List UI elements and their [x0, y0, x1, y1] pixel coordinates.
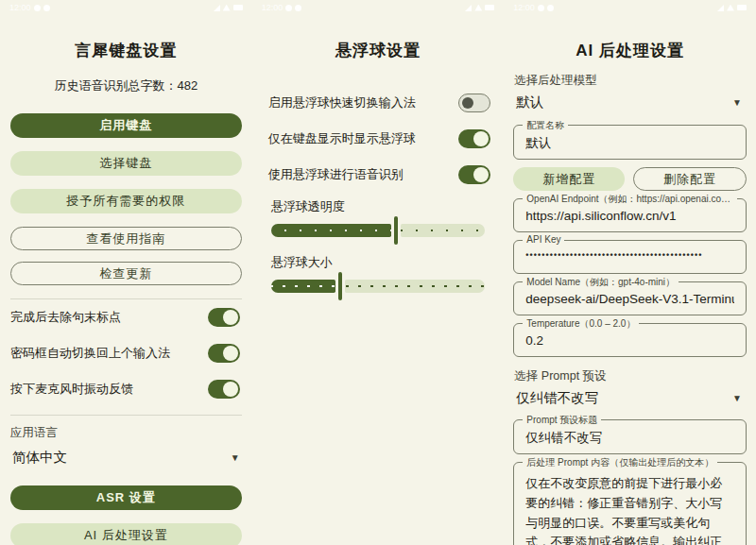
size-slider-active-track[interactable] — [271, 280, 335, 293]
signal-icon — [717, 5, 724, 11]
app-root: 12:00 12:00 12:00 — [0, 0, 756, 545]
opacity-slider-active-track[interactable] — [271, 224, 391, 237]
status-bar-segment: 12:00 — [504, 0, 756, 15]
prompt-preset-select-label: 选择 Prompt 预设 — [514, 368, 746, 384]
prompt-title-field-label: Prompt 预设标题 — [523, 414, 601, 427]
api-key-field-value: ••••••••••••••••••••••••••••••••••••••••… — [525, 250, 734, 260]
setting-row-password-switch-back: 密码框自动切换回上个输入法 — [10, 335, 240, 371]
prompt-content-value: 仅在不改变原意的前提下进行最小必要的纠错：修正重音错别字、大小写与明显的口误。不… — [525, 474, 734, 545]
app-language-select[interactable]: 简体中文 ▼ — [12, 449, 240, 467]
prompt-preset-value: 仅纠错不改写 — [516, 389, 598, 407]
chevron-down-icon: ▼ — [732, 393, 742, 403]
app-language-label: 应用语言 — [10, 425, 242, 441]
prompt-content-label: 后处理 Prompt 内容（仅输出处理后的文本） — [523, 456, 717, 469]
signal-icon — [214, 5, 220, 11]
opacity-slider-handle[interactable] — [394, 216, 398, 245]
prompt-title-field[interactable]: Prompt 预设标题 仅纠错不改写 — [513, 419, 747, 454]
floating-ball-settings-panel: 悬浮球设置 启用悬浮球快速切换输入法 仅在键盘显示时显示悬浮球 使用悬浮球进行语… — [252, 0, 505, 545]
select-keyboard-button[interactable]: 选择键盘 — [10, 151, 242, 176]
ai-post-processing-panel: AI 后处理设置 选择后处理模型 默认 ▼ 配置名称 默认 新增配置 删除配置 … — [504, 0, 756, 545]
wifi-icon — [223, 5, 231, 11]
recognized-words-stat: 历史语音识别总字数：482 — [0, 77, 252, 94]
chevron-down-icon: ▼ — [732, 97, 742, 108]
voice-recognition-switch[interactable] — [458, 165, 490, 184]
notification-icon — [547, 5, 554, 11]
page-title: AI 后处理设置 — [504, 40, 756, 61]
api-key-field-label: API Key — [523, 234, 564, 245]
api-key-field[interactable]: API Key ••••••••••••••••••••••••••••••••… — [513, 240, 747, 274]
page-title: 悬浮球设置 — [252, 40, 505, 61]
notification-icon — [285, 5, 292, 11]
delete-config-button[interactable]: 删除配置 — [633, 167, 747, 191]
notification-icon — [34, 5, 41, 11]
setting-label: 完成后去除句末标点 — [10, 309, 121, 326]
prompt-content-textarea[interactable]: 后处理 Prompt 内容（仅输出处理后的文本） 仅在不改变原意的前提下进行最小… — [513, 462, 747, 545]
config-name-field[interactable]: 配置名称 默认 — [513, 125, 747, 160]
status-time: 12:00 — [513, 0, 535, 15]
post-model-select-label: 选择后处理模型 — [514, 73, 746, 89]
view-guide-button[interactable]: 查看使用指南 — [10, 227, 242, 250]
temperature-field-label: Temperature（0.0 – 2.0） — [523, 317, 639, 331]
setting-row-voice-recognition: 使用悬浮球进行语音识别 — [268, 157, 491, 193]
opacity-slider-inactive-track[interactable] — [401, 224, 486, 237]
opacity-slider[interactable] — [271, 215, 486, 246]
prompt-preset-select[interactable]: 仅纠错不改写 ▼ — [516, 389, 742, 407]
remove-punctuation-switch[interactable] — [208, 308, 240, 327]
endpoint-field-value: https://api.siliconflow.cn/v1 — [525, 209, 734, 223]
battery-icon — [233, 5, 243, 10]
model-name-field[interactable]: Model Name（例如：gpt-4o-mini） deepseek-ai/D… — [513, 281, 747, 315]
setting-row-show-with-keyboard: 仅在键盘显示时显示悬浮球 — [268, 121, 491, 157]
setting-row-vibrate-feedback: 按下麦克风时振动反馈 — [10, 371, 240, 407]
wifi-icon — [727, 5, 734, 11]
size-slider[interactable] — [271, 271, 486, 301]
wifi-icon — [474, 5, 482, 11]
endpoint-field[interactable]: OpenAI Endpoint（例如：https://api.openai.co… — [513, 198, 747, 232]
size-slider-inactive-track[interactable] — [345, 280, 486, 293]
status-bar-segment: 12:00 — [0, 0, 252, 15]
check-update-button[interactable]: 检查更新 — [10, 262, 242, 285]
setting-label: 仅在键盘显示时显示悬浮球 — [268, 130, 416, 147]
temperature-field-value: 0.2 — [525, 333, 734, 348]
quick-switch-switch[interactable] — [458, 94, 490, 112]
divider — [10, 415, 242, 416]
ai-post-settings-button[interactable]: AI 后处理设置 — [10, 523, 242, 545]
keyboard-settings-panel: 言犀键盘设置 历史语音识别总字数：482 启用键盘 选择键盘 授予所有需要的权限… — [0, 0, 252, 545]
setting-row-remove-punctuation: 完成后去除句末标点 — [10, 299, 240, 335]
size-slider-label: 悬浮球大小 — [271, 254, 486, 271]
config-name-field-value: 默认 — [525, 135, 734, 152]
setting-label: 使用悬浮球进行语音识别 — [268, 166, 404, 183]
battery-icon — [485, 5, 494, 10]
endpoint-field-label: OpenAI Endpoint（例如：https://api.openai.co… — [523, 193, 737, 206]
add-config-button[interactable]: 新增配置 — [513, 167, 625, 191]
asr-settings-button[interactable]: ASR 设置 — [10, 485, 242, 510]
battery-icon — [737, 5, 747, 10]
model-name-field-label: Model Name（例如：gpt-4o-mini） — [523, 276, 679, 289]
prompt-title-field-value: 仅纠错不改写 — [525, 430, 734, 447]
setting-label: 按下麦克风时振动反馈 — [10, 381, 133, 398]
post-model-value: 默认 — [516, 94, 543, 111]
size-slider-handle[interactable] — [338, 272, 342, 300]
notification-icon — [295, 5, 301, 11]
enable-keyboard-button[interactable]: 启用键盘 — [10, 113, 242, 138]
setting-label: 密码框自动切换回上个输入法 — [10, 345, 170, 362]
chevron-down-icon: ▼ — [231, 452, 240, 463]
vibrate-feedback-switch[interactable] — [208, 380, 240, 399]
post-model-select[interactable]: 默认 ▼ — [516, 94, 742, 111]
password-switch-back-switch[interactable] — [208, 344, 240, 363]
status-bar: 12:00 12:00 12:00 — [0, 0, 756, 15]
show-with-keyboard-switch[interactable] — [458, 129, 490, 148]
status-bar-segment: 12:00 — [252, 0, 505, 15]
setting-row-quick-switch: 启用悬浮球快速切换输入法 — [268, 85, 491, 121]
opacity-slider-label: 悬浮球透明度 — [271, 198, 486, 215]
config-name-field-label: 配置名称 — [523, 119, 568, 132]
page-title: 言犀键盘设置 — [0, 40, 252, 61]
notification-icon — [43, 5, 50, 11]
signal-icon — [465, 5, 472, 11]
app-language-value: 简体中文 — [12, 449, 67, 467]
setting-label: 启用悬浮球快速切换输入法 — [268, 94, 416, 111]
status-time: 12:00 — [262, 0, 284, 15]
notification-icon — [538, 5, 544, 11]
grant-permissions-button[interactable]: 授予所有需要的权限 — [10, 189, 242, 213]
temperature-field[interactable]: Temperature（0.0 – 2.0） 0.2 — [513, 323, 747, 357]
model-name-field-value: deepseek-ai/DeepSeek-V3.1-Terminus — [525, 292, 734, 306]
